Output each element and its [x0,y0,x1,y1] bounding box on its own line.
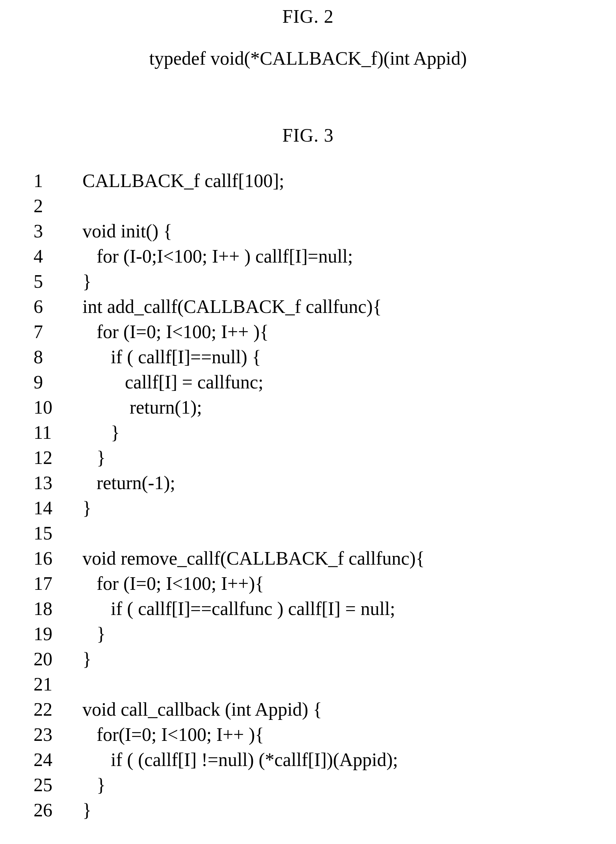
line-number: 21 [31,675,82,694]
code-line: 8 if ( callf[I]==null) { [31,347,584,373]
line-number: 11 [31,423,82,442]
code-line: 2 [31,197,584,222]
line-number: 26 [31,801,82,819]
line-number: 12 [31,448,82,467]
line-number: 22 [31,700,82,719]
line-number: 20 [31,650,82,669]
line-number: 14 [31,498,82,518]
code-text: callf[I] = callfunc; [82,373,584,391]
code-line: 5} [31,272,584,297]
code-line: 9 callf[I] = callfunc; [31,373,584,398]
code-text: if ( callf[I]==callfunc ) callf[I] = nul… [82,599,584,618]
code-text: } [82,498,584,518]
line-number: 3 [31,222,82,241]
line-number: 19 [31,625,82,643]
line-number: 7 [31,322,82,341]
line-number: 2 [31,197,82,215]
line-number: 17 [31,574,82,593]
code-line: 15 [31,524,584,549]
page: FIG. 2 typedef void(*CALLBACK_f)(int App… [0,0,616,844]
code-text: void init() { [82,222,584,241]
line-number: 4 [31,247,82,266]
line-number: 6 [31,297,82,316]
figure-3-code-listing: 1CALLBACK_f callf[100];23void init() {4 … [31,171,584,826]
code-text: for (I=0; I<100; I++){ [82,574,584,593]
line-number: 15 [31,524,82,543]
line-number: 18 [31,599,82,618]
code-line: 6int add_callf(CALLBACK_f callfunc){ [31,297,584,322]
code-line: 7 for (I=0; I<100; I++ ){ [31,322,584,347]
code-line: 12 } [31,448,584,473]
code-line: 4 for (I-0;I<100; I++ ) callf[I]=null; [31,247,584,272]
code-text: for (I=0; I<100; I++ ){ [82,322,584,341]
code-text: if ( callf[I]==null) { [82,347,584,366]
line-number: 5 [31,272,82,291]
code-text: } [82,801,584,819]
line-number: 23 [31,725,82,744]
code-line: 24 if ( (callf[I] !=null) (*callf[I])(Ap… [31,750,584,775]
code-text: for(I=0; I<100; I++ ){ [82,725,584,744]
code-text: CALLBACK_f callf[100]; [82,171,584,190]
code-line: 11 } [31,423,584,448]
figure-2-title: FIG. 2 [0,7,616,26]
line-number: 16 [31,549,82,568]
code-text: if ( (callf[I] !=null) (*callf[I])(Appid… [82,750,584,769]
code-text: void call_callback (int Appid) { [82,700,584,719]
line-number: 13 [31,473,82,492]
code-text: } [82,272,584,291]
code-text: } [82,448,584,467]
code-line: 20} [31,650,584,675]
code-line: 23 for(I=0; I<100; I++ ){ [31,725,584,750]
code-line: 17 for (I=0; I<100; I++){ [31,574,584,599]
figure-2-typedef-text: typedef void(*CALLBACK_f)(int Appid) [0,49,616,68]
code-line: 25 } [31,775,584,801]
code-text: } [82,625,584,643]
code-line: 10 return(1); [31,398,584,423]
line-number: 10 [31,398,82,417]
line-number: 1 [31,171,82,190]
code-text: int add_callf(CALLBACK_f callfunc){ [82,297,584,316]
code-line: 1CALLBACK_f callf[100]; [31,171,584,197]
code-line: 19 } [31,625,584,650]
code-text: void remove_callf(CALLBACK_f callfunc){ [82,549,584,568]
code-text: } [82,775,584,794]
code-line: 18 if ( callf[I]==callfunc ) callf[I] = … [31,599,584,625]
line-number: 25 [31,775,82,794]
code-text: } [82,423,584,442]
code-line: 21 [31,675,584,700]
code-text: for (I-0;I<100; I++ ) callf[I]=null; [82,247,584,266]
code-text: return(-1); [82,473,584,492]
code-line: 16void remove_callf(CALLBACK_f callfunc)… [31,549,584,574]
code-text: } [82,650,584,669]
line-number: 8 [31,347,82,366]
figure-3-title: FIG. 3 [0,126,616,145]
line-number: 9 [31,373,82,391]
code-text: return(1); [82,398,584,417]
code-line: 26} [31,801,584,826]
line-number: 24 [31,750,82,769]
code-line: 22void call_callback (int Appid) { [31,700,584,725]
code-line: 14} [31,498,584,524]
code-line: 13 return(-1); [31,473,584,498]
code-line: 3void init() { [31,222,584,247]
